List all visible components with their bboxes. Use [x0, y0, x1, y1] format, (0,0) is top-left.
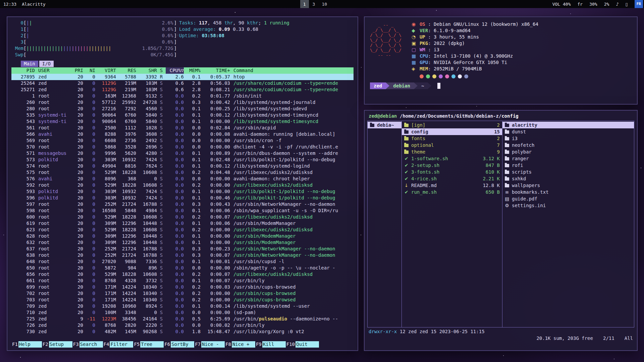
file-item-scripts[interactable]: scripts [502, 169, 634, 175]
workspace-button-1[interactable]: 1 [300, 0, 309, 8]
column-header-virt[interactable]: VIRT [95, 67, 116, 74]
workspace-button-10[interactable]: 10 [319, 0, 330, 8]
process-row-619[interactable]: 619root200309M1229610448S0.00.10:00.06/u… [11, 220, 354, 227]
file-item-4-rice.sh[interactable]: ✔4-rice.sh2.21 K [402, 175, 502, 182]
fnlabel-F5[interactable]: Tree [140, 341, 164, 348]
process-row-699[interactable]: 699root200171M1422410340S0.00.20:00.03/u… [11, 284, 354, 290]
process-row-637[interactable]: 637root200252M2172416788S0.00.30:00.23/u… [11, 246, 354, 252]
process-row-598[interactable]: 598root2001650858484984S0.00.10:00.06/sb… [11, 207, 354, 214]
process-row-25271[interactable]: 25271zed2001129G219M103MS0.62.80:08.21/u… [11, 86, 354, 93]
process-row-576[interactable]: 576avahi20080963680S0.00.00:00.00avahi-d… [11, 176, 354, 182]
file-item-polybar[interactable]: polybar [502, 148, 634, 155]
file-item-bookmarks.txt[interactable]: ≡bookmarks.txt [502, 189, 634, 195]
column-header-s[interactable]: S [157, 67, 166, 74]
column-header-ni[interactable]: NI [83, 67, 95, 74]
file-item-2-set​up.sh[interactable]: ✔2-set​up.sh847 B [402, 162, 502, 169]
process-row-1[interactable]: 1root200163M123689132S0.00.20:01.77/sbin… [11, 93, 354, 99]
fnkey-F6[interactable]: F6 [164, 341, 171, 348]
column-header-mem[interactable]: MEM% [184, 67, 201, 74]
fnlabel-F1[interactable]: Help [18, 341, 42, 348]
file-item-debia~[interactable]: debia~ [368, 122, 401, 128]
process-row-661[interactable]: 661root200876843283732S0.00.10:00.07/usr… [11, 278, 354, 284]
process-row-561[interactable]: 561root200250011121028S0.00.00:02.84/usr… [11, 125, 354, 131]
column-header-pri[interactable]: PRI [70, 67, 83, 74]
fnlabel-F4[interactable]: Filter [110, 341, 133, 348]
fnlabel-F9[interactable]: Kill [262, 341, 286, 348]
file-item-neofetch[interactable]: neofetch [502, 142, 634, 148]
process-row-726[interactable]: 726zed200876828202220S0.00.00:00.02/usr/… [11, 322, 354, 328]
process-row-703[interactable]: 703root200171M1422410340S0.00.20:00.00/u… [11, 297, 354, 303]
file-item-wallpapers[interactable]: wallpapers [502, 182, 634, 189]
fnkey-F10[interactable]: F10 [286, 341, 296, 348]
file-item-settings.ini[interactable]: ⚙settings.ini [502, 202, 634, 209]
process-row-543[interactable]: 543systemd-ti2009006467605840S0.00.10:00… [11, 118, 354, 125]
file-item-theme[interactable]: theme9 [402, 148, 502, 155]
process-row-600[interactable]: 600root200529M1822810608S0.00.20:00.07/u… [11, 214, 354, 220]
column-header-res[interactable]: RES [116, 67, 136, 74]
fnkey-F8[interactable]: F8 [225, 341, 232, 348]
process-row-730[interactable]: 730zed200482M145M90268S0.01.815:48.47/us… [11, 328, 354, 335]
process-row-597[interactable]: 597root200252M2172416788S0.00.30:00.43/u… [11, 201, 354, 207]
process-row-592[interactable]: 592root200529M1822810608S0.00.20:00.00/u… [11, 182, 354, 188]
file-item-alacritty[interactable]: alacritty [502, 122, 634, 128]
fnlabel-F7[interactable]: Nice - [201, 341, 225, 348]
fnlabel-F6[interactable]: SortBy [171, 341, 194, 348]
process-row-260[interactable]: 260root200577122599224728S0.00.30:00.42/… [11, 99, 354, 106]
fnkey-F3[interactable]: F3 [72, 341, 79, 348]
process-row-571[interactable]: 571messagebus200999656204280S0.00.10:00.… [11, 150, 354, 157]
process-row-569[interactable]: 569root200660827362492S0.00.00:00.00/usr… [11, 137, 354, 144]
process-row-570[interactable]: 570root200586835282696S0.00.00:00.00dhcl… [11, 144, 354, 150]
column-header-user[interactable]: USER [35, 67, 70, 74]
file-item-guide.pdf[interactable]: ▤guide.pdf [502, 195, 634, 202]
process-row-573[interactable]: 573polkitd200303M109327424S0.00.10:02.48… [11, 157, 354, 163]
process-row-632[interactable]: 632root200309M1229610448S0.00.10:00.00/u… [11, 239, 354, 246]
process-row-709[interactable]: 709zed20019208109608924S0.00.10:00.14/li… [11, 303, 354, 309]
file-item-sxhkd[interactable]: sxhkd [502, 175, 634, 182]
file-item-3-fonts.sh[interactable]: ✔3-fonts.sh610 K [402, 169, 502, 175]
process-row-725[interactable]: 725zed9-111223M3845624164S0.00.56:25.69/… [11, 316, 354, 322]
file-item-ranger[interactable]: ranger [502, 155, 634, 162]
volume-icon[interactable]: ♪ [616, 2, 619, 7]
file-item-fonts[interactable]: fonts2 [402, 135, 502, 142]
workspace-button-3[interactable]: 3 [310, 0, 318, 8]
file-item-i3[interactable]: i3 [502, 135, 634, 142]
process-row-650[interactable]: 650root2005872984896S0.00.00:00.00/sbin/… [11, 265, 354, 271]
process-row-574[interactable]: 574root2004990488167624S0.00.10:00.12/li… [11, 163, 354, 169]
fnkey-F1[interactable]: F1 [11, 341, 18, 348]
htop-tab-Main[interactable]: Main [21, 61, 38, 67]
file-item-rofi[interactable]: rofi [502, 162, 634, 169]
fnlabel-F3[interactable]: Search [79, 341, 103, 348]
process-row-596[interactable]: 596polkitd200303M109327424S0.00.10:00.46… [11, 195, 354, 201]
process-row-535[interactable]: 535systemd-ti2009006467605840S0.00.10:00… [11, 112, 354, 118]
process-row-710[interactable]: 710zed200100M33480S0.00.00:00.00(sd-pam) [11, 309, 354, 316]
process-row-575[interactable]: 575root200529M1822810608S0.00.20:04.48/u… [11, 169, 354, 176]
process-row-702[interactable]: 702root200171M1422410340S0.00.20:00.00/u… [11, 290, 354, 297]
file-item-README.md[interactable]: ↓README.md12.8 K [402, 182, 502, 189]
process-row-566[interactable]: 566avahi200828839763608S0.00.00:00.08ava… [11, 131, 354, 137]
column-header-pid[interactable]: PID [11, 67, 35, 74]
process-row-623[interactable]: 623root200529M1822810608S0.00.20:00.00/u… [11, 227, 354, 233]
file-item-1-software.sh[interactable]: ✔1-software.sh3.12 K [402, 155, 502, 162]
fnkey-F2[interactable]: F2 [42, 341, 49, 348]
fnlabel-F8[interactable]: Nice + [232, 341, 255, 348]
column-header-cpu[interactable]: CPU%▽ [166, 67, 184, 74]
fnlabel-F10[interactable]: Quit [296, 341, 319, 348]
process-row-25264[interactable]: 25264zed2001129G219M103MS0.62.80:56.03/u… [11, 80, 354, 86]
fnkey-F9[interactable]: F9 [255, 341, 262, 348]
file-item-config[interactable]: config15 [402, 128, 502, 135]
process-row-656[interactable]: 656root200529M1822810608S0.00.20:00.07/u… [11, 271, 354, 278]
fnkey-F4[interactable]: F4 [103, 341, 110, 348]
process-row-648[interactable]: 648root2002702090887336S0.00.10:00.01/us… [11, 258, 354, 265]
file-item-dunst[interactable]: dunst [502, 128, 634, 135]
fnkey-F5[interactable]: F5 [133, 341, 140, 348]
keyboard-layout-badge[interactable]: FR [635, 0, 643, 8]
process-row-27895[interactable]: 27895zed200936457883392R2.60.10:05.37hto… [11, 74, 354, 80]
process-row-280[interactable]: 280root2002721672924560S0.00.10:00.25/li… [11, 106, 354, 112]
file-item-optional[interactable]: optional7 [402, 142, 502, 148]
process-row-628[interactable]: 628root200309M1229610448S0.00.10:00.00/u… [11, 233, 354, 239]
file-item-[ign][interactable]: [ign]2 [402, 122, 502, 128]
battery-icon[interactable]: ▯ [626, 2, 628, 7]
fnkey-F7[interactable]: F7 [194, 341, 201, 348]
process-row-593[interactable]: 593polkitd200303M109327424S0.00.10:00.00… [11, 188, 354, 195]
file-item-run_me.sh[interactable]: ✔run_me.sh650 B [402, 189, 502, 195]
